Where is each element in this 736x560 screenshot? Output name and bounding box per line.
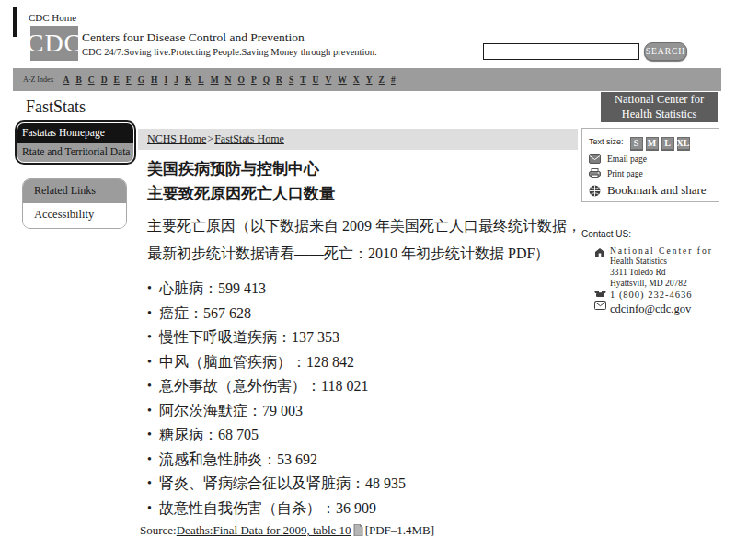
cause-item: 肾炎、肾病综合征以及肾脏病：48 935 [147,472,581,497]
contact-phone: 1 (800) 232-4636 [610,290,693,300]
org-name: Centers four Disease Control and Prevent… [82,30,305,45]
search-input[interactable] [483,43,639,60]
az-letter-link[interactable]: L [198,75,203,85]
intro-paragraph: 主要死亡原因（以下数据来自 2009 年美国死亡人口最终统计数据，最新初步统计数… [147,212,581,268]
bookmark-share-label: Bookmark and share [607,183,707,198]
phone-icon [594,289,610,298]
envelope-icon [594,300,610,310]
related-links-header: Related Links [23,179,126,203]
text-size-label: Text size: [589,137,624,146]
contact-org-line1: National Center for [610,246,713,256]
sidebar-item-state-territorial-data[interactable]: Rtate and Territorial Data [17,143,133,162]
az-letter-link[interactable]: B [75,75,81,85]
nchs-banner-line2: Health Statistics [601,108,718,122]
cause-item: 糖尿病：68 705 [147,423,581,448]
bookmark-share-link[interactable]: Bookmark and share [589,183,713,198]
cause-item: 心脏病：599 413 [147,277,581,302]
cause-item: 故意性自我伤害（自杀）：36 909 [147,497,581,521]
source-line: Source:Deaths:Final Data for 2009, table… [140,523,581,538]
causes-list: 心脏病：599 413癌症：567 628慢性下呼吸道疾病：137 353中风（… [147,277,581,520]
az-letters: ABCDEFGHIJKLMNOPQRSTUVWXYZ# [63,75,402,85]
az-letter-link[interactable]: N [225,75,232,85]
source-prefix: Source: [140,523,177,537]
az-letter-link[interactable]: P [251,75,257,85]
sidebar-item-faststats-homepage[interactable]: Fastatas Homepage [17,123,133,143]
az-letter-link[interactable]: S [289,75,293,85]
text-size-button[interactable]: L [661,137,674,150]
building-icon [594,246,610,257]
az-letter-link[interactable]: Q [263,75,270,85]
az-letter-link[interactable]: E [114,75,120,85]
az-letter-link[interactable]: A [63,75,70,85]
contact-block: National Center for Health Statistics 33… [594,246,732,316]
related-links-box: Related Links Accessibility [22,178,127,229]
az-letter-link[interactable]: O [237,75,244,85]
contact-phone-row: 1 (800) 232-4636 [594,289,732,300]
cdc-home-link[interactable]: CDC Home [29,12,76,23]
email-page-label: Email page [607,154,647,164]
email-page-icon [589,154,603,164]
email-page-link[interactable]: Email page [589,154,713,164]
text-size-buttons: SMLXL [627,133,690,150]
printer-icon [589,168,603,178]
contact-us-label: Contact US: [581,229,631,239]
az-letter-link[interactable]: F [126,75,132,85]
cause-item: 阿尔茨海默症：79 003 [147,399,581,424]
az-letter-link[interactable]: K [185,75,191,85]
az-index-label: A-Z Index [23,75,54,84]
cause-item: 慢性下呼吸道疾病：137 353 [147,326,581,350]
contact-address-row: National Center for Health Statistics 33… [594,246,732,289]
az-letter-link[interactable]: M [211,75,219,85]
header-accent-bar [13,7,17,37]
contact-street: 3311 Toledo Rd [610,267,713,278]
az-letter-link[interactable]: H [151,75,157,85]
breadcrumb-nchs-home[interactable]: NCHS Home [147,132,206,145]
page-title-line1: 美国疾病预防与控制中心 [147,156,581,181]
az-letter-link[interactable]: V [325,75,331,85]
az-letter-link[interactable]: I [164,75,167,85]
pdf-icon [353,524,363,536]
breadcrumb-faststats-home[interactable]: FastStats Home [214,132,284,145]
cause-item: 癌症：567 628 [147,302,581,326]
text-size-row: Text size: SMLXL [589,133,713,150]
text-size-button[interactable]: S [630,137,643,150]
az-letter-link[interactable]: D [101,75,108,85]
az-letter-link[interactable]: Z [379,75,385,85]
cdc-logo[interactable]: CDC [30,26,78,61]
az-letter-link[interactable]: T [300,75,305,85]
share-globe-icon [589,185,603,197]
source-suffix: [PDF–1.4MB] [365,523,435,537]
cause-item: 意外事故（意外伤害）：118 021 [147,374,581,399]
az-letter-link[interactable]: Y [366,75,373,85]
contact-email-row: cdcinfo@cdc.gov [594,300,732,316]
faststats-title: FastStats [26,97,86,117]
print-page-link[interactable]: Print page [589,168,713,178]
print-page-label: Print page [607,169,643,178]
text-size-button[interactable]: M [646,137,659,150]
cause-item: 中风（脑血管疾病）：128 842 [147,350,581,375]
az-letter-link[interactable]: U [313,75,319,85]
contact-org-line2: Health Statistics [610,256,713,267]
contact-email-link[interactable]: cdcinfo@cdc.gov [610,303,691,316]
az-index-bar: A-Z Index ABCDEFGHIJKLMNOPQRSTUVWXYZ# [13,68,721,91]
breadcrumb-separator: > [207,132,213,145]
search-button[interactable]: SEARCH [644,42,687,61]
org-tagline: CDC 24/7:Soving live.Protecting People.S… [82,47,377,57]
az-letter-link[interactable]: G [138,75,144,85]
contact-city: Hyattsvill, MD 20782 [610,278,713,289]
az-letter-link[interactable]: J [174,75,178,85]
az-letter-link[interactable]: C [88,75,95,85]
az-letter-link[interactable]: R [276,75,282,85]
az-letter-link[interactable]: W [338,75,347,85]
az-letter-link[interactable]: # [391,75,396,85]
text-size-button[interactable]: XL [677,137,690,150]
az-letter-link[interactable]: X [353,75,360,85]
nchs-banner-line1: National Center for [601,93,718,108]
page-title-line2: 主要致死原因死亡人口数量 [147,181,581,206]
nchs-banner: National Center for Health Statistics [601,92,718,122]
source-link[interactable]: Deaths:Final Data for 2009, table 10 [177,523,351,537]
breadcrumb: NCHS Home>FastStats Home [138,129,578,150]
sidebar-nav: Fastatas Homepage Rtate and Territorial … [15,120,136,165]
sidebar-item-accessibility[interactable]: Accessibility [23,203,126,228]
contact-address: National Center for Health Statistics 33… [610,246,713,289]
